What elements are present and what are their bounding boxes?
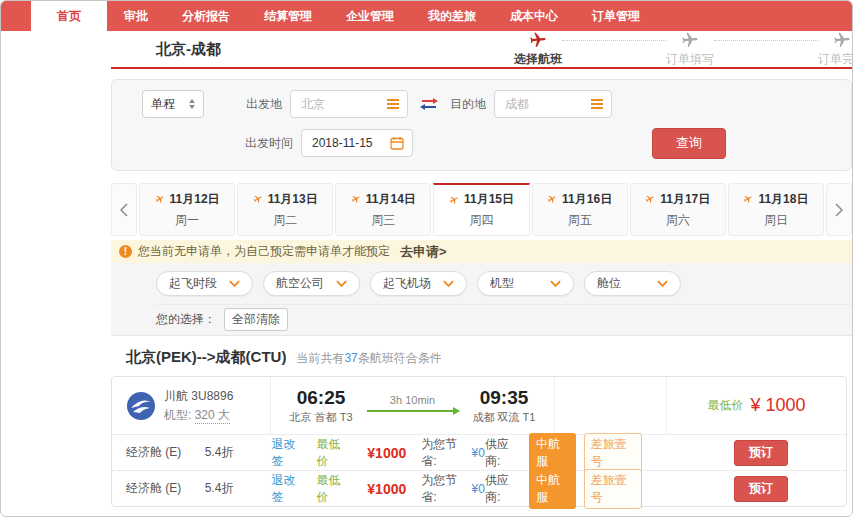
aircraft-type[interactable]: 320 大 [195,408,230,424]
city-list-icon[interactable] [591,99,603,109]
step-label: 订单填写 [666,51,714,68]
nav-tab-home[interactable]: 首页 [31,1,107,31]
date-text: 11月18日 [758,191,808,208]
flight-price-col: 最低价 ¥ 1000 [666,377,846,434]
nav-tab-analytics[interactable]: 分析报告 [165,1,247,31]
date-tab-6[interactable]: 11月18日 周日 [728,183,824,236]
duration-text: 3h 10min [390,394,435,406]
filter-label: 机型 [490,275,514,292]
date-strip: 11月12日 周一 11月13日 周二 11月14日 周三 11月15日 周四 … [111,183,852,236]
discount: 5.4折 [205,444,272,461]
depart-time: 06:25 [290,387,353,409]
flight-card: 川航 3U8896 机型: 320 大 06:25 北京 首都 T3 3h 10… [111,376,847,507]
calendar-icon[interactable] [390,136,404,150]
date-next-button[interactable] [826,183,852,236]
book-button[interactable]: 预订 [734,476,788,502]
nav-tab-enterprise[interactable]: 企业管理 [329,1,411,31]
from-input[interactable] [299,96,387,112]
chevron-down-icon [229,280,240,287]
filter-label: 起飞机场 [383,275,431,292]
weekday-text: 周二 [273,212,297,229]
nav-tab-approval[interactable]: 审批 [107,1,165,31]
flight-times-col: 06:25 北京 首都 T3 3h 10min 09:35 成都 双流 T1 [270,377,554,434]
depart-airport: 北京 首都 T3 [290,410,353,425]
to-input[interactable] [503,96,591,112]
page-header: 北京-成都 选择航班 订单填写 订单完成 [111,31,852,69]
date-tab-4[interactable]: 11月16日 周五 [532,183,628,236]
refund-policy-link[interactable]: 退改签 [271,472,304,506]
date-text: 11月15日 [464,191,514,208]
chevron-down-icon [657,280,668,287]
supplier-badge-chailvyihao[interactable]: 差旅壹号 [584,433,642,473]
results-count: 当前共有37条航班符合条件 [296,350,441,367]
airline-flight-no: 川航 3U8896 [164,387,233,406]
supplier-badge-zhonghangfu[interactable]: 中航服 [529,469,576,509]
supplier-badge-chailvyihao[interactable]: 差旅壹号 [584,469,642,509]
flight-booking-page: 首页 审批 分析报告 结算管理 企业管理 我的差旅 成本中心 订单管理 北京-成… [0,0,853,517]
step-order-complete: 订单完成 [818,31,853,68]
plane-icon [832,30,852,50]
nav-tab-orders[interactable]: 订单管理 [575,1,657,31]
chevron-down-icon [336,280,347,287]
refund-policy-link[interactable]: 退改签 [271,436,304,470]
discount: 5.4折 [205,480,272,497]
plane-icon [742,192,756,206]
supplier-badge-zhonghangfu[interactable]: 中航服 [529,433,576,473]
arrive-airport: 成都 双流 T1 [473,410,536,425]
filter-cabin-class[interactable]: 舱位 [584,271,681,296]
nav-tab-settlement[interactable]: 结算管理 [247,1,329,31]
step-label: 订单完成 [818,51,853,68]
from-field [290,90,408,118]
filter-panel: 起飞时段 航空公司 起飞机场 机型 舱位 [111,263,852,336]
date-tab-3-selected[interactable]: 11月15日 周四 [433,183,529,236]
fare-price: ¥1000 [367,481,406,497]
date-text: 11月16日 [562,191,612,208]
date-tab-5[interactable]: 11月17日 周六 [630,183,726,236]
trip-type-value: 单程 [151,96,175,113]
date-tab-1[interactable]: 11月13日 周二 [237,183,333,236]
booking-stepper: 选择航班 订单填写 订单完成 [514,31,853,68]
count-suffix: 条航班符合条件 [358,351,442,365]
nav-tab-cost-center[interactable]: 成本中心 [493,1,575,31]
cabin-class: 经济舱 (E) [126,480,205,497]
weekday-text: 周六 [666,212,690,229]
filter-departure-time[interactable]: 起飞时段 [156,271,253,296]
date-tab-2[interactable]: 11月14日 周三 [335,183,431,236]
chevron-right-icon [835,203,843,217]
weekday-text: 周一 [175,212,199,229]
clear-all-button[interactable]: 全部清除 [224,308,288,331]
search-button[interactable]: 查询 [652,128,726,159]
plane-icon [349,192,363,206]
search-form: 单程 出发地 [111,79,852,171]
nav-tab-my-trips[interactable]: 我的差旅 [411,1,493,31]
lowest-price-label: 最低价 [707,397,743,414]
filter-departure-airport[interactable]: 起飞机场 [370,271,467,296]
filter-label: 起飞时段 [169,275,217,292]
selection-label: 您的选择： [156,311,216,328]
search-form-row-1: 单程 出发地 [142,90,831,118]
date-text: 11月14日 [366,191,416,208]
weekday-text: 周日 [764,212,788,229]
save-value: ¥0 [472,446,485,460]
search-form-row-2: 出发时间 查询 [142,128,831,158]
book-button[interactable]: 预订 [734,440,788,466]
main-content: 北京-成都 选择航班 订单填写 订单完成 [111,31,852,507]
date-text: 11月17日 [660,191,710,208]
swap-cities-icon[interactable] [420,98,438,110]
city-list-icon[interactable] [387,99,399,109]
supplier-label: 供应商: [485,436,521,470]
date-input[interactable] [310,135,390,151]
date-prev-button[interactable] [111,183,137,236]
trip-type-select[interactable]: 单程 [142,90,204,118]
from-label: 出发地 [246,96,282,113]
select-arrows-icon [189,99,195,109]
date-tab-0[interactable]: 11月12日 周一 [139,183,235,236]
apply-link[interactable]: 去申请> [400,243,447,261]
route-title: 北京(PEK)-->成都(CTU) [126,348,286,367]
filter-airline[interactable]: 航空公司 [263,271,360,296]
lowest-tag: 最低价 [316,472,349,506]
filter-aircraft-type[interactable]: 机型 [477,271,574,296]
filter-label: 航空公司 [276,275,324,292]
to-field [494,90,612,118]
plane-icon [545,192,559,206]
